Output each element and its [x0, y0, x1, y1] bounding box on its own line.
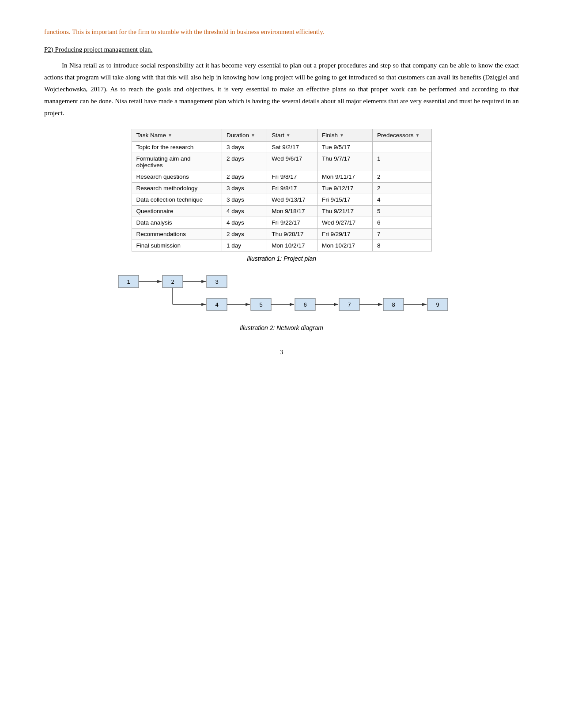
col-duration-label: Duration: [227, 132, 249, 139]
col-pred-label: Predecessors: [377, 132, 414, 139]
sort-arrow-duration: ▼: [251, 133, 255, 138]
cell-task-3: Research methodology: [132, 182, 222, 194]
cell-task-6: Data analysis: [132, 217, 222, 228]
cell-duration-3: 3 days: [222, 182, 267, 194]
col-header-duration[interactable]: Duration ▼: [222, 129, 267, 141]
cell-task-0: Topic for the research: [132, 141, 222, 153]
cell-finish-8: Mon 10/2/17: [317, 240, 372, 251]
cell-finish-7: Fri 9/29/17: [317, 228, 372, 240]
cell-start-0: Sat 9/2/17: [267, 141, 317, 153]
project-table: Task Name ▼ Duration ▼ Start ▼: [132, 129, 432, 251]
table-row: Recommendations 2 days Thu 9/28/17 Fri 9…: [132, 228, 431, 240]
table-caption: Illustration 1: Project plan: [44, 255, 519, 262]
cell-pred-2: 2: [372, 171, 431, 182]
nd-5-text: 5: [259, 301, 262, 308]
cell-finish-1: Thu 9/7/17: [317, 153, 372, 171]
nd-6-text: 6: [303, 301, 306, 308]
nd-9-text: 9: [436, 301, 439, 308]
cell-task-2: Research questions: [132, 171, 222, 182]
cell-duration-7: 2 days: [222, 228, 267, 240]
cell-duration-5: 4 days: [222, 205, 267, 217]
cell-duration-8: 1 day: [222, 240, 267, 251]
cell-pred-0: [372, 141, 431, 153]
network-diagram-wrapper: 1 2 3 4 5 6 7 8 9: [114, 270, 450, 321]
col-header-task[interactable]: Task Name ▼: [132, 129, 222, 141]
body-paragraph: In Nisa retail as to introduce social re…: [44, 60, 519, 119]
col-start-label: Start: [272, 132, 284, 139]
cell-pred-8: 8: [372, 240, 431, 251]
cell-finish-5: Thu 9/21/17: [317, 205, 372, 217]
nd-8-text: 8: [392, 301, 395, 308]
cell-start-2: Fri 9/8/17: [267, 171, 317, 182]
table-row: Topic for the research 3 days Sat 9/2/17…: [132, 141, 431, 153]
page-number: 3: [44, 349, 519, 356]
col-header-predecessors[interactable]: Predecessors ▼: [372, 129, 431, 141]
col-task-label: Task Name: [136, 132, 166, 139]
network-svg-main: 1 2 3 4 5 6 7 8 9: [114, 270, 450, 321]
intro-paragraph: functions. This is important for the fir…: [44, 26, 519, 38]
section-heading: P2) Producing project management plan.: [44, 46, 519, 53]
sort-arrow-task: ▼: [168, 133, 172, 138]
cell-duration-0: 3 days: [222, 141, 267, 153]
cell-pred-4: 4: [372, 194, 431, 205]
cell-task-5: Questionnaire: [132, 205, 222, 217]
cell-pred-6: 6: [372, 217, 431, 228]
sort-arrow-finish: ▼: [340, 133, 344, 138]
cell-start-5: Mon 9/18/17: [267, 205, 317, 217]
cell-pred-7: 7: [372, 228, 431, 240]
cell-pred-5: 5: [372, 205, 431, 217]
cell-finish-2: Mon 9/11/17: [317, 171, 372, 182]
network-caption: Illustration 2: Network diagram: [44, 324, 519, 331]
cell-finish-0: Tue 9/5/17: [317, 141, 372, 153]
table-row: Questionnaire 4 days Mon 9/18/17 Thu 9/2…: [132, 205, 431, 217]
cell-task-4: Data collection technique: [132, 194, 222, 205]
col-header-start[interactable]: Start ▼: [267, 129, 317, 141]
cell-start-1: Wed 9/6/17: [267, 153, 317, 171]
cell-task-8: Final submission: [132, 240, 222, 251]
table-row: Research questions 2 days Fri 9/8/17 Mon…: [132, 171, 431, 182]
nd-4-text: 4: [215, 301, 218, 308]
cell-pred-1: 1: [372, 153, 431, 171]
cell-finish-3: Tue 9/12/17: [317, 182, 372, 194]
cell-start-7: Thu 9/28/17: [267, 228, 317, 240]
cell-task-1: Formulating aim and objectives: [132, 153, 222, 171]
cell-duration-2: 2 days: [222, 171, 267, 182]
cell-start-8: Mon 10/2/17: [267, 240, 317, 251]
table-row: Formulating aim and objectives 2 days We…: [132, 153, 431, 171]
project-table-container: Task Name ▼ Duration ▼ Start ▼: [132, 129, 432, 251]
cell-finish-4: Fri 9/15/17: [317, 194, 372, 205]
cell-start-4: Wed 9/13/17: [267, 194, 317, 205]
table-row: Data analysis 4 days Fri 9/22/17 Wed 9/2…: [132, 217, 431, 228]
table-row: Final submission 1 day Mon 10/2/17 Mon 1…: [132, 240, 431, 251]
cell-task-7: Recommendations: [132, 228, 222, 240]
nd-1-text: 1: [127, 278, 130, 285]
sort-arrow-start: ▼: [286, 133, 291, 138]
nd-2-text: 2: [171, 278, 174, 285]
cell-finish-6: Wed 9/27/17: [317, 217, 372, 228]
col-finish-label: Finish: [322, 132, 338, 139]
cell-duration-6: 4 days: [222, 217, 267, 228]
cell-duration-1: 2 days: [222, 153, 267, 171]
nd-3-text: 3: [215, 278, 218, 285]
cell-start-3: Fri 9/8/17: [267, 182, 317, 194]
cell-duration-4: 3 days: [222, 194, 267, 205]
nd-7-text: 7: [348, 301, 351, 308]
sort-arrow-pred: ▼: [416, 133, 420, 138]
cell-pred-3: 2: [372, 182, 431, 194]
col-header-finish[interactable]: Finish ▼: [317, 129, 372, 141]
cell-start-6: Fri 9/22/17: [267, 217, 317, 228]
table-row: Research methodology 3 days Fri 9/8/17 T…: [132, 182, 431, 194]
table-row: Data collection technique 3 days Wed 9/1…: [132, 194, 431, 205]
